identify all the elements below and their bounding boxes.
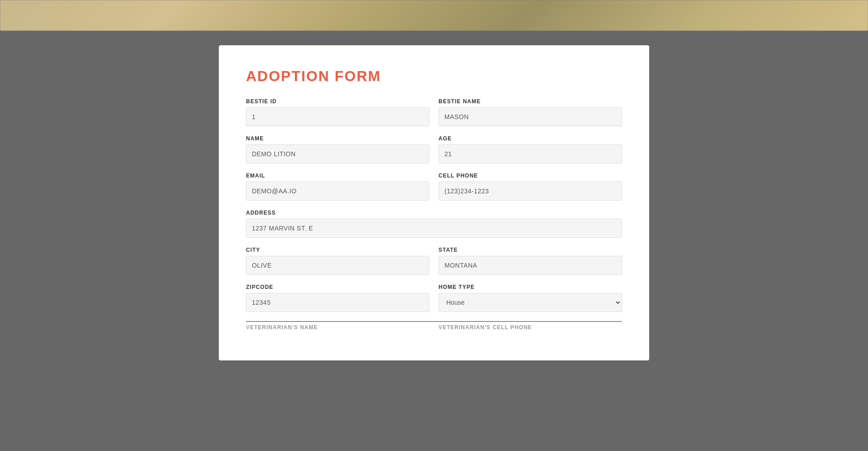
input-zipcode[interactable]: [246, 293, 429, 312]
group-city: CITY: [246, 247, 429, 275]
input-address[interactable]: [246, 219, 622, 238]
label-vet-name: VETERINARIAN'S NAME: [246, 324, 429, 331]
input-age[interactable]: [439, 144, 622, 163]
group-name: NAME: [246, 135, 429, 163]
group-age: AGE: [439, 135, 622, 163]
label-city: CITY: [246, 247, 429, 253]
label-cell-phone: CELL PHONE: [439, 173, 622, 179]
select-home-type[interactable]: House Apartment Condo Other: [439, 293, 622, 312]
row-bestie: BESTIE ID BESTIE NAME: [246, 98, 622, 126]
label-vet-phone: VETERINARIAN'S CELL PHONE: [439, 324, 622, 331]
row-city-state: CITY STATE: [246, 247, 622, 275]
input-email[interactable]: [246, 182, 429, 201]
label-bestie-name: BESTIE NAME: [439, 98, 622, 105]
input-name[interactable]: [246, 144, 429, 163]
group-vet-phone: VETERINARIAN'S CELL PHONE: [439, 324, 622, 333]
group-home-type: HOME TYPE House Apartment Condo Other: [439, 284, 622, 312]
input-bestie-id[interactable]: [246, 107, 429, 126]
row-vet: VETERINARIAN'S NAME VETERINARIAN'S CELL …: [246, 321, 622, 333]
form-title: ADOPTION FORM: [246, 68, 622, 85]
group-zipcode: ZIPCODE: [246, 284, 429, 312]
label-bestie-id: BESTIE ID: [246, 98, 429, 105]
label-state: STATE: [439, 247, 622, 253]
row-address: ADDRESS: [246, 210, 622, 238]
row-email-phone: EMAIL CELL PHONE: [246, 173, 622, 201]
label-age: AGE: [439, 135, 622, 142]
group-email: EMAIL: [246, 173, 429, 201]
row-name-age: NAME AGE: [246, 135, 622, 163]
adoption-form-modal: ADOPTION FORM BESTIE ID BESTIE NAME NAME…: [219, 45, 649, 360]
group-vet-name: VETERINARIAN'S NAME: [246, 324, 429, 333]
group-address: ADDRESS: [246, 210, 622, 238]
input-city[interactable]: [246, 256, 429, 275]
group-bestie-name: BESTIE NAME: [439, 98, 622, 126]
group-bestie-id: BESTIE ID: [246, 98, 429, 126]
label-home-type: HOME TYPE: [439, 284, 622, 290]
label-name: NAME: [246, 135, 429, 142]
group-cell-phone: CELL PHONE: [439, 173, 622, 201]
label-email: EMAIL: [246, 173, 429, 179]
input-cell-phone[interactable]: [439, 182, 622, 201]
input-bestie-name[interactable]: [439, 107, 622, 126]
label-address: ADDRESS: [246, 210, 622, 216]
background-top-image: [0, 0, 868, 31]
label-zipcode: ZIPCODE: [246, 284, 429, 290]
row-zipcode-hometype: ZIPCODE HOME TYPE House Apartment Condo …: [246, 284, 622, 312]
input-state[interactable]: [439, 256, 622, 275]
group-state: STATE: [439, 247, 622, 275]
